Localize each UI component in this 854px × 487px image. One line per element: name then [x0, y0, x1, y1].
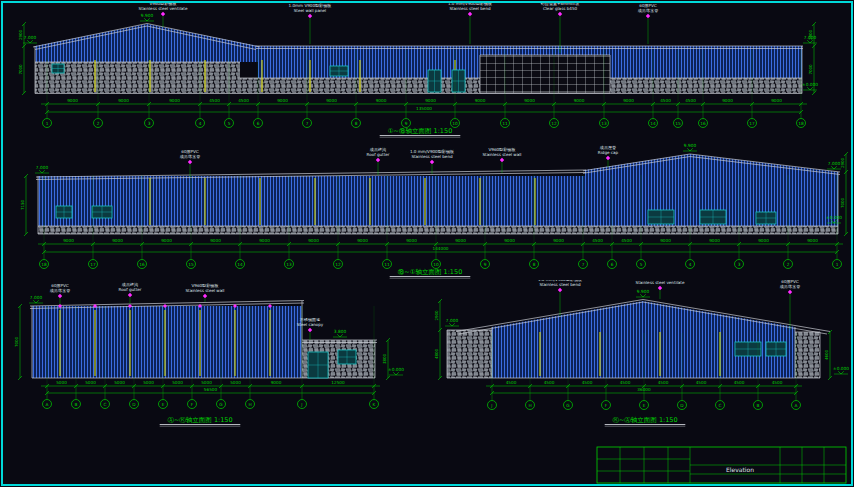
svg-text:16: 16 [139, 262, 145, 267]
elevation-b-drawing: 9000900090009000900090009000900090009000… [14, 142, 850, 280]
svg-text:144000: 144000 [433, 246, 449, 251]
svg-text:Steel canopy: Steel canopy [297, 322, 324, 327]
svg-text:Stainless steel wall: Stainless steel wall [482, 152, 521, 157]
leader-marker [788, 290, 792, 294]
svg-text:成品落水管: 成品落水管 [50, 288, 70, 293]
svg-text:18: 18 [41, 262, 47, 267]
svg-text:4: 4 [199, 121, 202, 126]
clad-hatch [492, 301, 795, 327]
svg-text:Stainless steel ventilate: Stainless steel ventilate [139, 6, 188, 11]
svg-text:3: 3 [738, 262, 741, 267]
svg-text:9000: 9000 [259, 238, 270, 243]
svg-text:Roof gutter: Roof gutter [366, 152, 389, 157]
svg-text:1: 1 [46, 121, 49, 126]
elevation-a-drawing: 9000900090004500450090009000900090009000… [14, 2, 844, 140]
svg-text:9000: 9000 [660, 238, 671, 243]
svg-text:Clear glass b450: Clear glass b450 [543, 6, 578, 11]
svg-text:4500: 4500 [734, 380, 745, 385]
leader-marker [430, 160, 434, 164]
svg-text:9000: 9000 [118, 98, 129, 103]
svg-text:⑱~①轴立面图 1:150: ⑱~①轴立面图 1:150 [398, 268, 463, 276]
svg-text:7150: 7150 [20, 199, 25, 210]
svg-text:A: A [795, 403, 798, 408]
svg-text:7.000: 7.000 [30, 295, 43, 300]
svg-text:Roof gutter: Roof gutter [118, 287, 141, 292]
svg-text:3: 3 [148, 121, 151, 126]
svg-text:7000: 7000 [808, 64, 813, 75]
svg-text:9000: 9000 [67, 98, 78, 103]
svg-text:10: 10 [433, 262, 439, 267]
svg-text:9000: 9000 [406, 238, 417, 243]
svg-text:9000: 9000 [553, 238, 564, 243]
svg-text:成品落水管: 成品落水管 [638, 8, 658, 13]
svg-text:9000: 9000 [709, 238, 720, 243]
svg-text:①~⑱轴立面图 1:150: ①~⑱轴立面图 1:150 [388, 127, 453, 135]
curtain-hatch [480, 55, 610, 93]
svg-text:4500: 4500 [660, 98, 671, 103]
svg-text:4500: 4500 [658, 380, 669, 385]
svg-text:E: E [162, 402, 165, 407]
svg-text:9000: 9000 [758, 238, 769, 243]
svg-text:4500: 4500 [544, 380, 555, 385]
svg-text:56500: 56500 [204, 387, 218, 392]
svg-text:9000: 9000 [357, 238, 368, 243]
svg-text:B: B [757, 403, 760, 408]
svg-text:5000: 5000 [230, 380, 241, 385]
svg-text:7000: 7000 [14, 336, 19, 347]
svg-text:4500: 4500 [592, 238, 603, 243]
leader-marker [58, 294, 62, 298]
leader-marker [500, 158, 504, 162]
svg-text:11: 11 [502, 121, 508, 126]
svg-text:7.000: 7.000 [36, 165, 49, 170]
clad-hatch [35, 46, 258, 62]
svg-text:H: H [248, 402, 251, 407]
svg-text:12: 12 [551, 121, 557, 126]
clad-hatch [32, 306, 302, 378]
svg-text:4500: 4500 [506, 380, 517, 385]
svg-text:Stainless steel bend: Stainless steel bend [539, 282, 581, 287]
svg-text:J: J [490, 403, 492, 408]
svg-text:2: 2 [97, 121, 100, 126]
svg-text:E: E [643, 403, 646, 408]
svg-text:Stainless steel ventilate: Stainless steel ventilate [636, 280, 685, 285]
leader-marker [188, 160, 192, 164]
elevation-title: ⑱~①轴立面图 1:150 [390, 268, 471, 278]
svg-text:±0.000: ±0.000 [388, 367, 404, 372]
svg-text:2900: 2900 [434, 310, 439, 321]
svg-text:9.900: 9.900 [637, 289, 650, 294]
svg-text:6: 6 [611, 262, 614, 267]
svg-text:9000: 9000 [574, 98, 585, 103]
svg-text:9000: 9000 [210, 238, 221, 243]
svg-text:135000: 135000 [416, 106, 432, 111]
svg-text:13: 13 [601, 121, 607, 126]
svg-text:3.800: 3.800 [334, 329, 347, 334]
clad-hatch [38, 176, 585, 226]
svg-text:Stainless steel bend: Stainless steel bend [411, 154, 453, 159]
leader-marker [308, 14, 312, 18]
svg-text:9000: 9000 [112, 238, 123, 243]
svg-text:6: 6 [257, 121, 260, 126]
svg-text:G: G [566, 403, 569, 408]
svg-text:17: 17 [749, 121, 755, 126]
svg-text:C: C [718, 403, 721, 408]
svg-text:9000: 9000 [771, 98, 782, 103]
leader-marker [161, 12, 165, 16]
svg-text:11: 11 [384, 262, 390, 267]
svg-text:4500: 4500 [238, 98, 249, 103]
svg-text:成品落水管: 成品落水管 [180, 154, 200, 159]
leader-marker [606, 156, 610, 160]
svg-text:B: B [75, 402, 78, 407]
svg-text:4: 4 [689, 262, 692, 267]
svg-text:9000: 9000 [623, 98, 634, 103]
leader-marker [558, 12, 562, 16]
svg-text:A: A [46, 402, 49, 407]
leader-marker [658, 286, 662, 290]
svg-text:8: 8 [533, 262, 536, 267]
svg-text:4600: 4600 [824, 349, 829, 360]
svg-text:4500: 4500 [772, 380, 783, 385]
svg-text:9000: 9000 [308, 238, 319, 243]
svg-text:Ⓐ~Ⓚ轴立面图 1:150: Ⓐ~Ⓚ轴立面图 1:150 [167, 416, 232, 424]
leader-marker [308, 328, 312, 332]
svg-text:1: 1 [836, 262, 839, 267]
svg-text:H: H [528, 403, 531, 408]
